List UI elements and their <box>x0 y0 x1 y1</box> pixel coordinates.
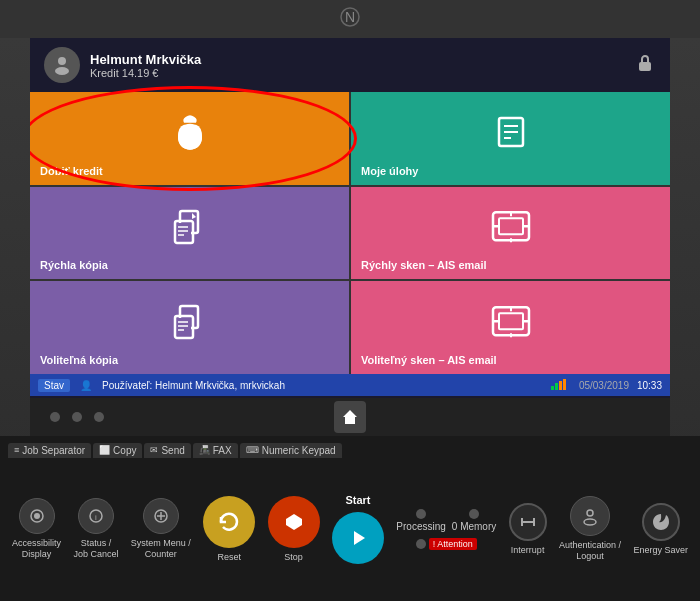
lock-icon <box>634 52 656 79</box>
svg-point-2 <box>58 57 66 65</box>
tab-numeric-keypad-label: Numeric Keypad <box>262 445 336 456</box>
energy-saver-label: Energy Saver <box>633 545 688 556</box>
svg-rect-4 <box>639 62 651 71</box>
nav-dot-2 <box>72 412 82 422</box>
status-user-text: Používateľ: Helmunt Mrkvička, mrkvickah <box>102 380 285 391</box>
svg-rect-30 <box>559 381 562 390</box>
stav-label: Stav <box>38 379 70 392</box>
status-right: 05/03/2019 10:33 <box>551 378 662 392</box>
fax-tab-icon: 📠 <box>199 445 210 455</box>
copy-tab-icon: ⬜ <box>99 445 110 455</box>
reset-group: Reset <box>203 496 255 563</box>
tile-moje-ulohy-label: Moje úlohy <box>361 165 418 177</box>
system-menu-counter-button[interactable] <box>143 498 179 534</box>
tab-send[interactable]: ✉ Send <box>144 443 190 458</box>
svg-rect-23 <box>499 313 523 329</box>
status-job-cancel-button[interactable]: i <box>78 498 114 534</box>
svg-rect-28 <box>551 386 554 390</box>
energy-saver-button[interactable] <box>642 503 680 541</box>
interrupt-button[interactable] <box>509 503 547 541</box>
auth-logout-group: Authentication /Logout <box>559 496 621 562</box>
buttons-row: AccessibilityDisplay i Status /Job Cance… <box>8 464 692 594</box>
svg-point-34 <box>34 513 40 519</box>
accessibility-display-button[interactable] <box>19 498 55 534</box>
tile-volitelny-sken-label: Voliteľný sken – AIS email <box>361 354 497 366</box>
tile-dobijat-label: Dobiť kredit <box>40 165 103 177</box>
svg-marker-40 <box>286 514 302 530</box>
svg-marker-41 <box>354 531 365 545</box>
user-credit: Kredit 14.19 € <box>90 67 201 79</box>
tiles-grid: Dobiť kredit Moje úlohy <box>30 92 670 374</box>
svg-rect-12 <box>177 223 191 241</box>
screen-header: Helmunt Mrkvička Kredit 14.19 € <box>30 38 670 92</box>
nav-bar <box>30 398 670 436</box>
screen: Helmunt Mrkvička Kredit 14.19 € <box>30 38 670 398</box>
tab-numeric-keypad[interactable]: ⌨ Numeric Keypad <box>240 443 342 458</box>
stop-label: Stop <box>284 552 303 563</box>
reset-button[interactable] <box>203 496 255 548</box>
system-menu-group: System Menu /Counter <box>131 498 191 560</box>
status-job-cancel-group: i Status /Job Cancel <box>73 498 118 560</box>
accessibility-display-label: AccessibilityDisplay <box>12 538 61 560</box>
tile-rychla-kopia[interactable]: Rýchla kópia <box>30 187 349 280</box>
svg-rect-21 <box>177 318 191 336</box>
interrupt-label: Interrupt <box>511 545 545 556</box>
indicators-group: Processing 0 Memory ! Attention <box>396 509 496 550</box>
svg-point-46 <box>584 519 596 525</box>
nfc-icon: N <box>339 6 361 33</box>
tile-volitelna-kopia[interactable]: Voliteľná kópia <box>30 281 349 374</box>
status-job-cancel-label: Status /Job Cancel <box>73 538 118 560</box>
tab-send-label: Send <box>161 445 184 456</box>
tile-rychla-kopia-label: Rýchla kópia <box>40 259 108 271</box>
svg-rect-29 <box>555 383 558 390</box>
job-separator-icon: ≡ <box>14 445 19 455</box>
svg-point-3 <box>55 67 69 75</box>
svg-rect-31 <box>563 379 566 390</box>
svg-text:N: N <box>345 9 355 25</box>
tab-job-separator[interactable]: ≡ Job Separator <box>8 443 91 458</box>
start-top-label: Start <box>345 494 370 507</box>
accessibility-group: AccessibilityDisplay <box>12 498 61 560</box>
tile-moje-ulohy[interactable]: Moje úlohy <box>351 92 670 185</box>
interrupt-group: Interrupt <box>509 503 547 556</box>
tile-volitelna-kopia-label: Voliteľná kópia <box>40 354 118 366</box>
tab-job-separator-label: Job Separator <box>22 445 85 456</box>
processing-label: Processing <box>396 521 445 532</box>
start-button[interactable] <box>332 512 384 564</box>
user-name: Helmunt Mrkvička <box>90 52 201 67</box>
svg-point-45 <box>587 510 593 516</box>
avatar <box>44 47 80 83</box>
tile-volitelny-sken[interactable]: Voliteľný sken – AIS email <box>351 281 670 374</box>
attention-badge: ! Attention <box>429 538 477 550</box>
status-user-icon: 👤 <box>80 380 92 391</box>
auth-logout-label: Authentication /Logout <box>559 540 621 562</box>
tab-fax[interactable]: 📠 FAX <box>193 443 238 458</box>
nav-dots <box>50 412 104 422</box>
user-text: Helmunt Mrkvička Kredit 14.19 € <box>90 52 201 79</box>
stop-button[interactable] <box>268 496 320 548</box>
status-time: 10:33 <box>637 380 662 391</box>
device-frame: N Helmunt Mrkvička Kredit 14.19 € <box>0 0 700 601</box>
energy-saver-group: Energy Saver <box>633 503 688 556</box>
stop-group: Stop <box>268 496 320 563</box>
reset-label: Reset <box>217 552 241 563</box>
home-button[interactable] <box>334 401 366 433</box>
tile-dobijat-kredit[interactable]: Dobiť kredit <box>30 92 349 185</box>
tabs-row: ≡ Job Separator ⬜ Copy ✉ Send 📠 FAX ⌨ Nu… <box>8 436 692 464</box>
tab-copy[interactable]: ⬜ Copy <box>93 443 142 458</box>
status-signal <box>551 378 571 392</box>
top-bar: N <box>0 0 700 38</box>
svg-text:i: i <box>95 513 97 522</box>
status-date: 05/03/2019 <box>579 380 629 391</box>
memory-label: 0 Memory <box>452 521 496 532</box>
nav-dot-1 <box>50 412 60 422</box>
numeric-keypad-icon: ⌨ <box>246 445 259 455</box>
authentication-logout-button[interactable] <box>570 496 610 536</box>
control-panel: ≡ Job Separator ⬜ Copy ✉ Send 📠 FAX ⌨ Nu… <box>0 436 700 601</box>
status-bar: Stav 👤 Používateľ: Helmunt Mrkvička, mrk… <box>30 374 670 396</box>
system-menu-counter-label: System Menu /Counter <box>131 538 191 560</box>
svg-rect-14 <box>499 218 523 234</box>
tile-rychly-sken[interactable]: Rýchly sken – AIS email <box>351 187 670 280</box>
tile-rychly-sken-label: Rýchly sken – AIS email <box>361 259 487 271</box>
tab-fax-label: FAX <box>213 445 232 456</box>
